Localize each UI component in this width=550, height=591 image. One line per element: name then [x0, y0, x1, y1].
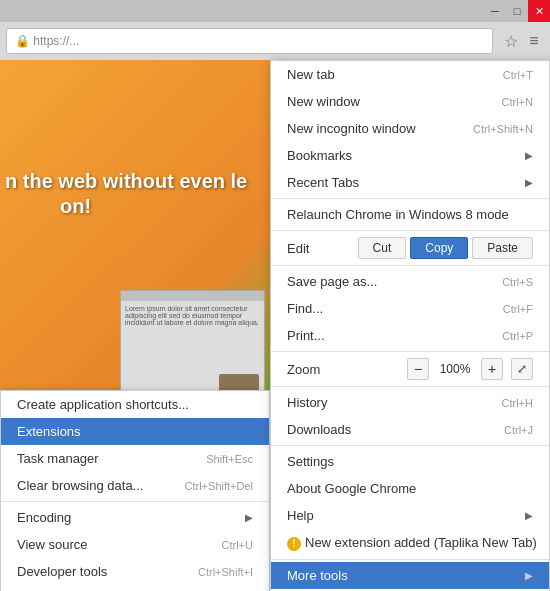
- title-bar: ─ □ ✕: [0, 0, 550, 22]
- task-manager-item[interactable]: Task manager Shift+Esc: [1, 445, 269, 472]
- about-chrome-item[interactable]: About Google Chrome: [271, 475, 549, 502]
- print-item[interactable]: Print... Ctrl+P: [271, 322, 549, 349]
- zoom-out-button[interactable]: −: [407, 358, 429, 380]
- copy-button[interactable]: Copy: [410, 237, 468, 259]
- bookmarks-item[interactable]: Bookmarks ▶: [271, 142, 549, 169]
- more-tools-item[interactable]: More tools ▶: [271, 562, 549, 589]
- new-window-item[interactable]: New window Ctrl+N: [271, 88, 549, 115]
- help-item[interactable]: Help ▶: [271, 502, 549, 529]
- more-tools-submenu: Create application shortcuts... Extensio…: [0, 390, 270, 591]
- address-bar[interactable]: 🔒 https://...: [6, 28, 493, 54]
- relaunch-chrome-item[interactable]: Relaunch Chrome in Windows 8 mode: [271, 201, 549, 228]
- history-item[interactable]: History Ctrl+H: [271, 389, 549, 416]
- close-button[interactable]: ✕: [528, 0, 550, 22]
- menu-separator-2: [271, 230, 549, 231]
- page-headline: n the web without even le: [5, 170, 247, 193]
- window-controls: ─ □ ✕: [484, 0, 550, 22]
- clear-browsing-item[interactable]: Clear browsing data... Ctrl+Shift+Del: [1, 472, 269, 499]
- chrome-toolbar: 🔒 https://... ☆ ≡: [0, 22, 550, 60]
- menu-separator-5: [271, 386, 549, 387]
- menu-separator-6: [271, 445, 549, 446]
- view-source-item[interactable]: View source Ctrl+U: [1, 531, 269, 558]
- menu-separator-1: [271, 198, 549, 199]
- new-extension-item[interactable]: !New extension added (Taplika New Tab): [271, 529, 549, 557]
- cut-button[interactable]: Cut: [358, 237, 407, 259]
- new-incognito-item[interactable]: New incognito window Ctrl+Shift+N: [271, 115, 549, 142]
- zoom-in-button[interactable]: +: [481, 358, 503, 380]
- recent-tabs-item[interactable]: Recent Tabs ▶: [271, 169, 549, 196]
- minimize-button[interactable]: ─: [484, 0, 506, 22]
- extensions-item[interactable]: Extensions: [1, 418, 269, 445]
- encoding-item[interactable]: Encoding ▶: [1, 504, 269, 531]
- edit-row: Edit Cut Copy Paste: [271, 233, 549, 263]
- settings-item[interactable]: Settings: [271, 448, 549, 475]
- chrome-menu-icon[interactable]: ≡: [524, 31, 544, 51]
- developer-tools-item[interactable]: Developer tools Ctrl+Shift+I: [1, 558, 269, 585]
- find-item[interactable]: Find... Ctrl+F: [271, 295, 549, 322]
- new-tab-item[interactable]: New tab Ctrl+T: [271, 61, 549, 88]
- maximize-button[interactable]: □: [506, 0, 528, 22]
- javascript-console-item[interactable]: JavaScript console Ctrl+Shift+J: [1, 585, 269, 591]
- page-headline-2: on!: [60, 195, 91, 218]
- menu-separator-3: [271, 265, 549, 266]
- menu-separator-4: [271, 351, 549, 352]
- fullscreen-button[interactable]: ⤢: [511, 358, 533, 380]
- chrome-main-menu: New tab Ctrl+T New window Ctrl+N New inc…: [270, 60, 550, 591]
- zoom-row: Zoom − 100% + ⤢: [271, 354, 549, 384]
- warning-icon: !: [287, 537, 301, 551]
- create-app-shortcuts-item[interactable]: Create application shortcuts...: [1, 391, 269, 418]
- paste-button[interactable]: Paste: [472, 237, 533, 259]
- menu-separator-7: [271, 559, 549, 560]
- downloads-item[interactable]: Downloads Ctrl+J: [271, 416, 549, 443]
- bookmark-star-icon[interactable]: ☆: [501, 31, 521, 51]
- save-page-item[interactable]: Save page as... Ctrl+S: [271, 268, 549, 295]
- left-separator-1: [1, 501, 269, 502]
